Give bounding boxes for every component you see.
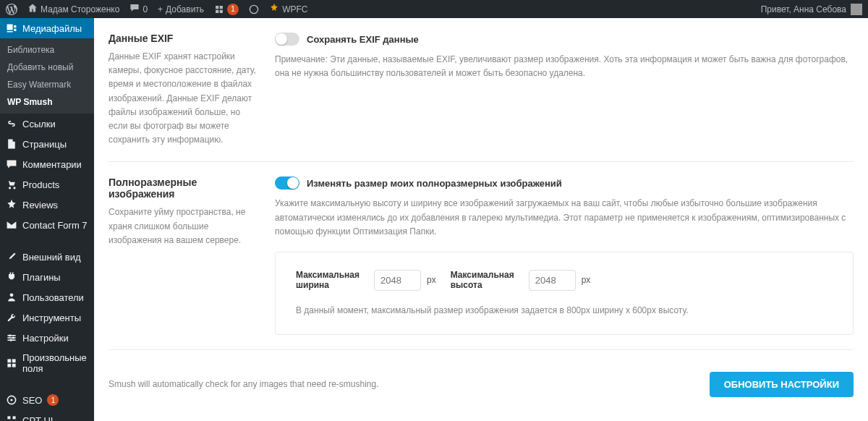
- menu-custom-fields[interactable]: Произвольные поля: [0, 348, 94, 378]
- svg-rect-9: [7, 359, 11, 362]
- svg-rect-1: [10, 123, 14, 124]
- page-icon: [6, 138, 17, 150]
- svg-rect-16: [13, 416, 16, 419]
- home-icon: [27, 3, 38, 15]
- resize-desc: Сохраните уйму пространства, не храня сл…: [109, 205, 260, 247]
- wrench-icon: [6, 312, 17, 323]
- update-settings-button[interactable]: ОБНОВИТЬ НАСТРОЙКИ: [710, 372, 854, 397]
- menu-users[interactable]: Пользователи: [0, 287, 94, 307]
- wpfc-link[interactable]: WPFC: [269, 3, 307, 15]
- exif-title: Данные EXIF: [109, 33, 260, 44]
- menu-seo[interactable]: SEO1: [0, 390, 94, 410]
- cpt-icon: [6, 414, 17, 421]
- resize-toggle-label: Изменять размер моих полноразмерных изоб…: [307, 178, 562, 189]
- media-submenu: Библиотека Добавить новый Easy Watermark…: [0, 38, 94, 114]
- size-current-note: В данный момент, максимальный размер изо…: [296, 304, 833, 317]
- greeting-text: Привет, Анна Себова: [761, 4, 846, 14]
- menu-contact[interactable]: Contact Form 7: [0, 215, 94, 235]
- product-icon: [6, 179, 17, 190]
- menu-tools[interactable]: Инструменты: [0, 307, 94, 328]
- max-width-label: Максимальная ширина: [296, 270, 368, 290]
- resize-toggle[interactable]: [275, 177, 299, 190]
- settings-icon: [6, 332, 17, 344]
- footer-hint: Smush will automatically check for any i…: [109, 379, 379, 389]
- max-height-input[interactable]: [529, 270, 576, 291]
- menu-links[interactable]: Ссылки: [0, 114, 94, 134]
- menu-pages[interactable]: Страницы: [0, 134, 94, 154]
- plug-icon: [6, 271, 17, 283]
- menu-media[interactable]: Медиафайлы: [0, 18, 94, 38]
- menu-settings[interactable]: Настройки: [0, 328, 94, 348]
- menu-comments[interactable]: Комментарии: [0, 154, 94, 174]
- px-unit: px: [427, 275, 436, 285]
- update-badge: 1: [227, 4, 239, 15]
- svg-point-14: [10, 399, 12, 401]
- svg-rect-10: [12, 359, 16, 362]
- comment-icon: [129, 3, 140, 15]
- avatar: [851, 4, 862, 15]
- comment-icon: [6, 158, 17, 170]
- comment-count: 0: [142, 4, 148, 14]
- cache-link[interactable]: [249, 4, 259, 14]
- main-content: Данные EXIF Данные EXIF хранят настройки…: [94, 18, 868, 421]
- seo-badge: 1: [47, 394, 59, 406]
- mail-icon: [6, 219, 17, 231]
- users-icon: [6, 292, 17, 303]
- footer-row: Smush will automatically check for any i…: [109, 350, 854, 421]
- exif-toggle[interactable]: [275, 33, 299, 46]
- menu-cpt-ui[interactable]: CPT UI: [0, 410, 94, 421]
- wp-logo-icon[interactable]: [6, 4, 17, 15]
- seo-icon: [6, 394, 17, 406]
- exif-toggle-label: Сохранять EXIF данные: [307, 34, 419, 45]
- user-menu[interactable]: Привет, Анна Себова: [761, 4, 862, 15]
- site-name: Мадам Стороженко: [41, 4, 119, 14]
- menu-reviews[interactable]: Reviews: [0, 195, 94, 215]
- svg-point-0: [250, 5, 258, 13]
- wpfc-label: WPFC: [282, 4, 307, 14]
- submenu-library[interactable]: Библиотека: [0, 41, 94, 59]
- exif-desc: Данные EXIF хранят настройки камеры, фок…: [109, 50, 260, 147]
- resize-note: Укажите максимальную высоту и ширину все…: [275, 197, 854, 239]
- plus-icon: +: [158, 4, 163, 14]
- submenu-add-new[interactable]: Добавить новый: [0, 59, 94, 76]
- admin-toolbar: Мадам Стороженко 0 + Добавить 1 WPFC При…: [0, 0, 868, 18]
- submenu-easy-watermark[interactable]: Easy Watermark: [0, 76, 94, 93]
- max-height-label: Максимальная высота: [451, 270, 523, 290]
- brush-icon: [6, 251, 17, 263]
- exif-note: Примечание: Эти данные, называемые EXIF,…: [275, 53, 854, 80]
- px-unit: px: [582, 275, 591, 285]
- admin-sidebar: Медиафайлы Библиотека Добавить новый Eas…: [0, 18, 94, 421]
- size-box: Максимальная ширина px Максимальная высо…: [275, 252, 854, 335]
- wpfc-icon: [269, 3, 279, 15]
- media-icon: [6, 22, 17, 34]
- add-new-label: Добавить: [166, 4, 204, 14]
- forms-link[interactable]: 1: [214, 4, 239, 15]
- svg-point-8: [10, 339, 12, 341]
- svg-rect-11: [7, 364, 11, 367]
- site-name-link[interactable]: Мадам Стороженко: [27, 3, 119, 15]
- submenu-wp-smush[interactable]: WP Smush: [0, 93, 94, 111]
- max-width-input[interactable]: [374, 270, 421, 291]
- menu-plugins[interactable]: Плагины: [0, 267, 94, 287]
- svg-point-2: [10, 293, 14, 297]
- comments-link[interactable]: 0: [129, 3, 148, 15]
- svg-rect-12: [12, 364, 16, 367]
- svg-rect-15: [7, 416, 10, 419]
- svg-point-6: [9, 334, 11, 336]
- link-icon: [6, 118, 17, 129]
- exif-section: Данные EXIF Данные EXIF хранят настройки…: [109, 18, 854, 162]
- add-new-link[interactable]: + Добавить: [158, 4, 204, 14]
- menu-products[interactable]: Products: [0, 174, 94, 195]
- svg-point-7: [12, 336, 14, 339]
- resize-section: Полноразмерные изображения Сохраните уйм…: [109, 162, 854, 350]
- menu-appearance[interactable]: Внешний вид: [0, 247, 94, 267]
- star-icon: [6, 199, 17, 210]
- fields-icon: [6, 357, 17, 369]
- resize-title: Полноразмерные изображения: [109, 177, 260, 200]
